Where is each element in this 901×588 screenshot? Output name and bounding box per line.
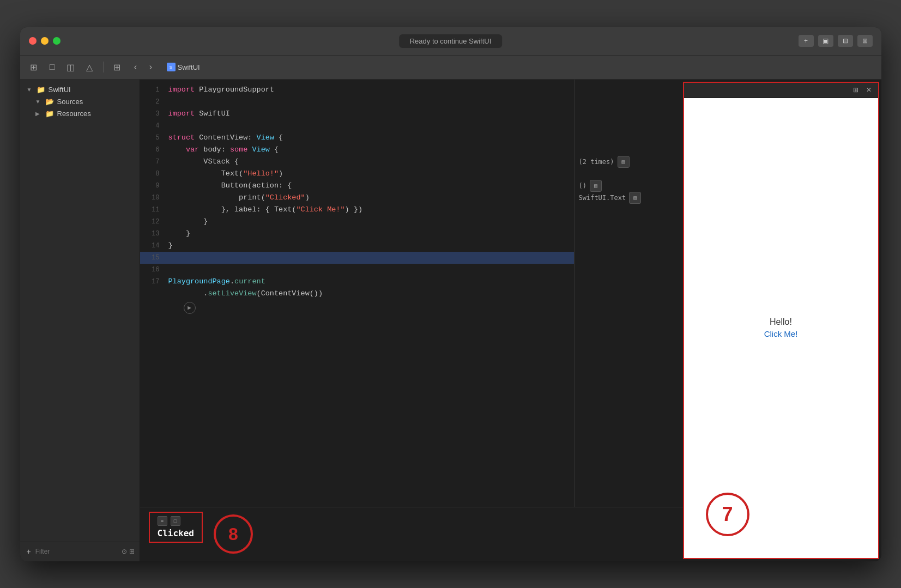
add-button[interactable]: +: [799, 35, 814, 47]
file-icon: S: [167, 63, 176, 71]
output-text-10: SwiftUI.Text: [579, 194, 626, 202]
bottom-panel: ≡ □ Clicked 8: [140, 507, 683, 561]
preview-panel: ⊞ ✕ Hello! Click Me! 7: [683, 82, 879, 559]
minimize-button[interactable]: [41, 37, 49, 45]
sources-folder-icon: 📂: [45, 98, 54, 106]
code-line-1: 1 import PlaygroundSupport: [140, 84, 574, 96]
code-line-10: 10 print("Clicked"): [140, 192, 574, 204]
filter-grid-icon: ⊞: [129, 548, 135, 555]
preview-close-btn[interactable]: ✕: [864, 85, 874, 95]
console-icon-list[interactable]: ≡: [158, 516, 167, 526]
titlebar-right: + ▣ ⊟ ⊞: [799, 35, 873, 47]
filter-icon[interactable]: ◫: [64, 60, 78, 74]
output-line-7: (2 times) ▤: [575, 156, 683, 168]
layout-btn-3[interactable]: ⊞: [857, 35, 873, 47]
maximize-button[interactable]: [53, 37, 61, 45]
code-line-9: 9 Button(action: {: [140, 180, 574, 192]
toolbar-separator: [103, 62, 104, 72]
output-line-9: () ▤: [575, 180, 683, 192]
run-button-line: ▶: [140, 302, 574, 314]
code-line-15: 15: [140, 252, 574, 264]
bottom-content: ≡ □ Clicked 8: [140, 507, 683, 561]
code-line-17b: .setLiveView(ContentView()): [140, 288, 574, 300]
code-line-6: 6 var body: some View {: [140, 144, 574, 156]
code-line-3: 3 import SwiftUI: [140, 108, 574, 120]
code-line-7: 7 VStack {: [140, 156, 574, 168]
sidebar-toggle-icon[interactable]: ⊞: [27, 60, 41, 74]
annotation-circle-7: 7: [706, 493, 749, 536]
main-window: Ready to continue SwiftUI + ▣ ⊟ ⊞ ⊞ □ ◫ …: [20, 27, 881, 561]
run-button[interactable]: ▶: [184, 302, 196, 314]
sidebar-item-resources[interactable]: ▶ 📁 Resources: [20, 108, 140, 120]
output-badge-10[interactable]: ▤: [629, 192, 641, 204]
sources-disclosure-icon: ▼: [35, 99, 42, 105]
code-line-14: 14 }: [140, 240, 574, 252]
window-title: Ready to continue SwiftUI: [399, 34, 503, 48]
output-badge-7[interactable]: ▤: [618, 156, 630, 168]
preview-hello-text: Hello!: [770, 317, 792, 327]
warning-icon[interactable]: △: [82, 60, 96, 74]
close-button[interactable]: [29, 37, 37, 45]
titlebar-center: Ready to continue SwiftUI: [399, 34, 503, 48]
editor-content: 1 import PlaygroundSupport 2 3 import Sw…: [140, 80, 683, 507]
code-line-16: 16: [140, 264, 574, 276]
nav-buttons: ‹ ›: [129, 60, 158, 74]
sidebar-item-sources[interactable]: ▼ 📂 Sources: [20, 96, 140, 108]
code-line-5: 5 struct ContentView: View {: [140, 132, 574, 144]
editor-area: 1 import PlaygroundSupport 2 3 import Sw…: [140, 80, 683, 561]
code-line-12: 12 }: [140, 216, 574, 228]
code-line-8: 8 Text("Hello!"): [140, 168, 574, 180]
preview-click-me-text[interactable]: Click Me!: [764, 329, 798, 338]
forward-icon[interactable]: ›: [144, 60, 158, 74]
layout-btn-1[interactable]: ▣: [818, 35, 833, 47]
code-line-2: 2: [140, 96, 574, 108]
titlebar: Ready to continue SwiftUI + ▣ ⊟ ⊞: [20, 27, 881, 56]
console-icons: ≡ □: [158, 516, 194, 526]
grid-icon[interactable]: ⊞: [110, 60, 124, 74]
code-line-13: 13 }: [140, 228, 574, 240]
code-line-11: 11 }, label: { Text("Click Me!") }): [140, 204, 574, 216]
console-output-label: Clicked: [158, 528, 194, 538]
resources-disclosure-icon: ▶: [35, 111, 42, 117]
breadcrumb-label[interactable]: SwiftUI: [178, 63, 200, 71]
sidebar-filter-icons: ⊙ ⊞: [122, 548, 135, 555]
preview-layout-btn-1[interactable]: ⊞: [851, 85, 861, 95]
output-text-7: (2 times): [579, 158, 614, 166]
disclosure-icon: ▼: [27, 87, 33, 93]
code-line-17: 17 PlaygroundPage.current: [140, 276, 574, 288]
traffic-lights: [29, 37, 61, 45]
output-text-9: (): [579, 182, 586, 190]
layout-btn-2[interactable]: ⊟: [838, 35, 853, 47]
sidebar-item-swiftui[interactable]: ▼ 📁 SwiftUI: [20, 84, 140, 96]
output-panel: (2 times) ▤ () ▤ SwiftUI.Text ▤: [574, 80, 683, 507]
sidebar-content: ▼ 📁 SwiftUI ▼ 📂 Sources ▶ 📁 Resources: [20, 80, 140, 542]
main-area: ▼ 📁 SwiftUI ▼ 📂 Sources ▶ 📁 Resources: [20, 80, 881, 561]
sidebar-label-sources: Sources: [57, 98, 83, 106]
console-icon-grid[interactable]: □: [171, 516, 180, 526]
sidebar-label-resources: Resources: [57, 110, 91, 118]
output-badge-9[interactable]: ▤: [590, 180, 602, 192]
toolbar: ⊞ □ ◫ △ ⊞ ‹ › S SwiftUI: [20, 56, 881, 80]
sidebar: ▼ 📁 SwiftUI ▼ 📂 Sources ▶ 📁 Resources: [20, 80, 140, 561]
back-icon[interactable]: ‹: [129, 60, 143, 74]
project-icon: 📁: [37, 86, 45, 94]
annotation-circle-8: 8: [214, 514, 253, 554]
breadcrumb: S SwiftUI: [167, 63, 200, 71]
preview-content: Hello! Click Me! 7: [684, 98, 878, 558]
add-file-button[interactable]: +: [27, 546, 31, 557]
filter-circle-icon: ⊙: [122, 548, 127, 555]
code-editor[interactable]: 1 import PlaygroundSupport 2 3 import Sw…: [140, 80, 574, 507]
console-output-box: ≡ □ Clicked: [149, 512, 203, 543]
preview-toolbar: ⊞ ✕: [684, 83, 878, 98]
sidebar-filter-input[interactable]: [35, 548, 117, 555]
sidebar-footer: + ⊙ ⊞: [20, 542, 140, 561]
sidebar-label-swiftui: SwiftUI: [49, 86, 71, 94]
navigator-icon[interactable]: □: [45, 60, 59, 74]
resources-folder-icon: 📁: [45, 110, 54, 118]
code-line-4: 4: [140, 120, 574, 132]
output-line-10: SwiftUI.Text ▤: [575, 192, 683, 204]
